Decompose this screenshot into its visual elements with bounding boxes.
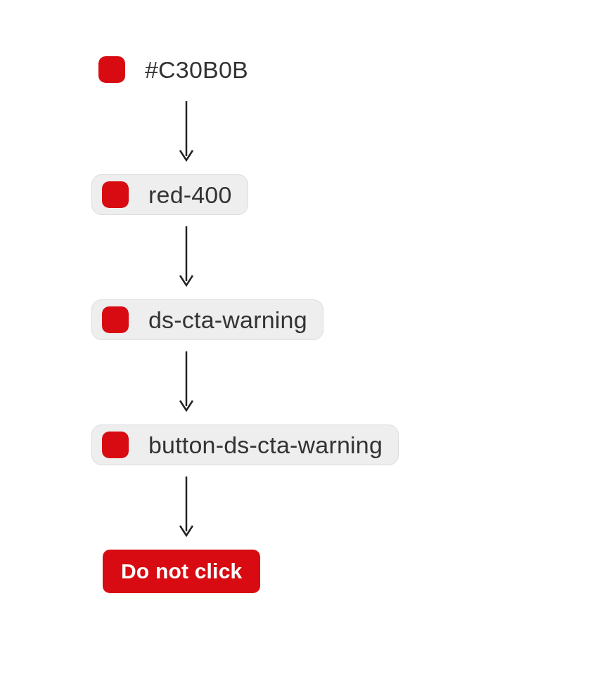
color-swatch	[102, 306, 129, 333]
token-label: ds-cta-warning	[148, 308, 307, 332]
do-not-click-button[interactable]: Do not click	[103, 550, 260, 593]
token-button-ds-cta-warning: button-ds-cta-warning	[91, 424, 399, 465]
arrow-down-icon	[179, 225, 194, 290]
token-red-400: red-400	[91, 174, 248, 215]
token-ds-cta-warning: ds-cta-warning	[91, 299, 323, 340]
color-swatch	[102, 432, 129, 458]
token-hierarchy-diagram: #C30B0B red-400 ds-cta-warning button-ds…	[91, 49, 609, 593]
raw-hex-label: #C30B0B	[145, 58, 248, 82]
color-swatch	[102, 181, 129, 208]
raw-color-value: #C30B0B	[91, 49, 264, 90]
token-label: button-ds-cta-warning	[148, 433, 383, 457]
token-label: red-400	[148, 183, 232, 207]
arrow-down-icon	[179, 475, 194, 540]
arrow-down-icon	[179, 350, 194, 415]
arrow-down-icon	[179, 100, 194, 164]
color-swatch	[98, 56, 125, 83]
